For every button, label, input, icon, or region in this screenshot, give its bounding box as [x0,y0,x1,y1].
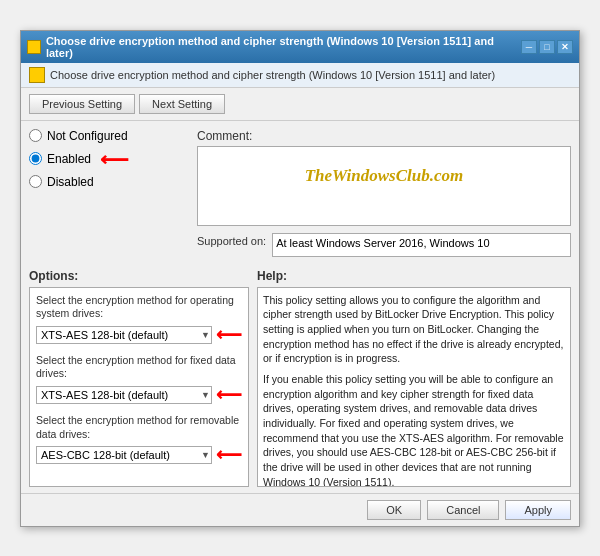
fixed-drives-group: Select the encryption method for fixed d… [36,354,242,406]
toolbar: Previous Setting Next Setting [21,88,579,121]
removable-drives-group: Select the encryption method for removab… [36,414,242,466]
enabled-label: Enabled [47,152,91,166]
options-label: Options: [29,269,249,283]
cancel-button[interactable]: Cancel [427,500,499,520]
window-icon [27,40,41,54]
apply-button[interactable]: Apply [505,500,571,520]
two-col-layout: Options: Select the encryption method fo… [29,269,571,487]
disabled-radio[interactable] [29,175,42,188]
not-configured-option[interactable]: Not Configured [29,129,189,143]
main-window: Choose drive encryption method and ciphe… [20,30,580,527]
fixed-drives-label: Select the encryption method for fixed d… [36,354,242,381]
top-content: Not Configured Enabled ⟵ Disabled Commen… [21,121,579,265]
removable-drives-dropdown[interactable]: XTS-AES 128-bit (default) XTS-AES 256-bi… [36,446,212,464]
supported-label: Supported on: [197,233,266,247]
supported-value: At least Windows Server 2016, Windows 10 [272,233,571,257]
enabled-radio[interactable] [29,152,42,165]
footer: OK Cancel Apply [21,493,579,526]
comment-textarea[interactable] [197,146,571,226]
bottom-section: Options: Select the encryption method fo… [21,265,579,493]
supported-row: Supported on: At least Windows Server 20… [197,233,571,257]
disabled-label: Disabled [47,175,94,189]
close-button[interactable]: ✕ [557,40,573,54]
comment-label: Comment: [197,129,571,143]
removable-arrow-icon: ⟵ [216,444,242,466]
fixed-drives-dropdown[interactable]: XTS-AES 128-bit (default) XTS-AES 256-bi… [36,386,212,404]
os-drives-label: Select the encryption method for operati… [36,294,242,321]
subtitle-icon [29,67,45,83]
enabled-option[interactable]: Enabled ⟵ [29,147,189,171]
subtitle-bar: Choose drive encryption method and ciphe… [21,63,579,88]
right-panel: Comment: TheWindowsClub.com Supported on… [197,129,571,257]
os-drives-dropdown[interactable]: XTS-AES 128-bit (default) XTS-AES 256-bi… [36,326,212,344]
removable-drives-label: Select the encryption method for removab… [36,414,242,441]
help-paragraph-2: If you enable this policy setting you wi… [263,372,565,487]
previous-setting-button[interactable]: Previous Setting [29,94,135,114]
radio-group: Not Configured Enabled ⟵ Disabled [29,129,189,189]
not-configured-label: Not Configured [47,129,128,143]
help-paragraph-1: This policy setting allows you to config… [263,293,565,366]
fixed-arrow-icon: ⟵ [216,384,242,406]
disabled-option[interactable]: Disabled [29,175,189,189]
title-bar: Choose drive encryption method and ciphe… [21,31,579,63]
ok-button[interactable]: OK [367,500,421,520]
minimize-button[interactable]: ─ [521,40,537,54]
maximize-button[interactable]: □ [539,40,555,54]
os-arrow-icon: ⟵ [216,324,242,346]
not-configured-radio[interactable] [29,129,42,142]
options-panel: Options: Select the encryption method fo… [29,269,249,487]
help-label: Help: [257,269,571,283]
os-drives-group: Select the encryption method for operati… [36,294,242,346]
next-setting-button[interactable]: Next Setting [139,94,225,114]
enabled-arrow-icon: ⟵ [100,147,129,171]
help-box[interactable]: This policy setting allows you to config… [257,287,571,487]
subtitle-text: Choose drive encryption method and ciphe… [50,69,495,81]
help-panel: Help: This policy setting allows you to … [257,269,571,487]
radio-panel: Not Configured Enabled ⟵ Disabled [29,129,189,257]
options-box: Select the encryption method for operati… [29,287,249,487]
title-text: Choose drive encryption method and ciphe… [46,35,521,59]
